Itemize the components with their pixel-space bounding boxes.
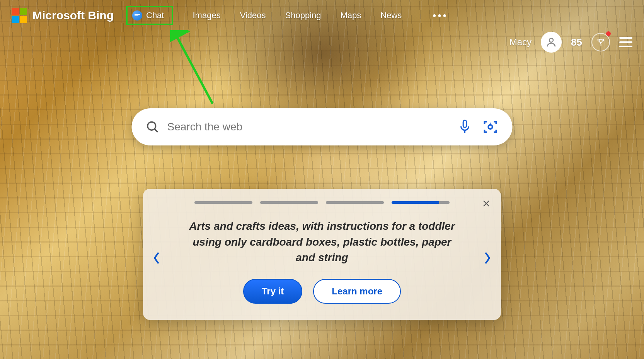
search-input[interactable] bbox=[167, 121, 458, 133]
chevron-right-icon bbox=[482, 251, 492, 265]
carousel-next-button[interactable] bbox=[482, 251, 492, 267]
nav-chat[interactable]: Chat bbox=[126, 6, 173, 25]
avatar[interactable] bbox=[541, 32, 562, 53]
svg-point-6 bbox=[490, 123, 491, 124]
top-header: Microsoft Bing Chat Images Videos Shoppi… bbox=[0, 0, 644, 31]
hamburger-menu-icon[interactable] bbox=[619, 37, 632, 47]
microsoft-logo-icon bbox=[12, 8, 27, 23]
nav-shopping[interactable]: Shopping bbox=[285, 10, 321, 21]
camera-search-icon[interactable] bbox=[482, 119, 499, 135]
carousel-dot[interactable] bbox=[260, 201, 318, 204]
search-icon bbox=[146, 120, 160, 134]
chevron-left-icon bbox=[152, 251, 162, 265]
promo-text: Arts and crafts ideas, with instructions… bbox=[162, 219, 482, 266]
try-it-button[interactable]: Try it bbox=[243, 279, 302, 304]
search-bar[interactable] bbox=[132, 108, 513, 145]
nav-videos[interactable]: Videos bbox=[240, 10, 266, 21]
person-icon bbox=[545, 36, 557, 48]
user-name[interactable]: Macy bbox=[509, 37, 532, 48]
promo-buttons: Try it Learn more bbox=[162, 279, 482, 304]
nav-more-icon[interactable]: ••• bbox=[433, 10, 448, 22]
user-bar: Macy 85 bbox=[509, 32, 632, 53]
carousel-indicators bbox=[162, 201, 482, 204]
carousel-dot[interactable] bbox=[326, 201, 384, 204]
microphone-icon[interactable] bbox=[458, 119, 472, 135]
carousel-dot[interactable] bbox=[194, 201, 252, 204]
svg-point-1 bbox=[549, 38, 553, 42]
rewards-points[interactable]: 85 bbox=[571, 36, 582, 48]
brand-logo-group[interactable]: Microsoft Bing bbox=[12, 8, 114, 23]
svg-rect-4 bbox=[463, 120, 467, 127]
svg-point-2 bbox=[148, 122, 156, 130]
carousel-prev-button[interactable] bbox=[152, 251, 162, 267]
nav-chat-label: Chat bbox=[146, 10, 164, 21]
nav-maps[interactable]: Maps bbox=[341, 10, 361, 21]
learn-more-button[interactable]: Learn more bbox=[313, 279, 401, 304]
nav-news[interactable]: News bbox=[380, 10, 402, 21]
svg-point-5 bbox=[488, 125, 492, 129]
svg-line-3 bbox=[155, 129, 158, 132]
chat-bubble-icon bbox=[132, 10, 142, 21]
close-button[interactable] bbox=[482, 199, 491, 210]
nav-images[interactable]: Images bbox=[193, 10, 220, 21]
main-nav: Chat Images Videos Shopping Maps News ••… bbox=[126, 9, 448, 22]
close-icon bbox=[482, 199, 491, 208]
promo-card: Arts and crafts ideas, with instructions… bbox=[143, 189, 501, 320]
trophy-icon bbox=[596, 38, 605, 46]
brand-name: Microsoft Bing bbox=[32, 9, 114, 22]
rewards-badge[interactable] bbox=[591, 33, 610, 51]
carousel-dot[interactable] bbox=[392, 201, 450, 204]
